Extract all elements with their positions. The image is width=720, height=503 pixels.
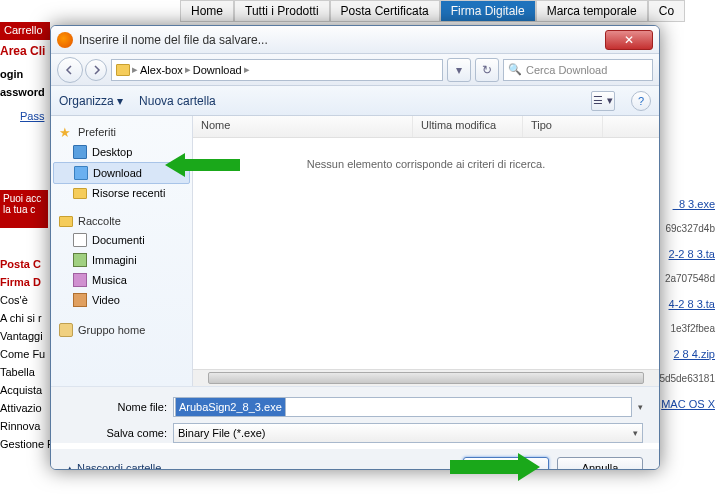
sidebar-item-recent[interactable]: Risorse recenti: [51, 184, 192, 202]
dialog-body: ★Preferiti Desktop Download Risorse rece…: [51, 116, 659, 386]
forward-arrow-icon: [91, 65, 101, 75]
dialog-toolbar: Organizza ▾ Nuova cartella ☰ ▾ ?: [51, 86, 659, 116]
music-icon: [73, 273, 87, 287]
chevron-up-icon: ▴: [67, 462, 73, 471]
annotation-arrow-download: [165, 150, 240, 180]
saveas-value: Binary File (*.exe): [178, 427, 265, 439]
dl-link-2[interactable]: 2-2 8 3.ta: [669, 248, 715, 260]
area-clienti-label: Area Cli: [0, 44, 45, 58]
breadcrumb-segment[interactable]: Alex-box: [140, 64, 183, 76]
filename-value: ArubaSign2_8_3.exe: [175, 397, 286, 417]
search-icon: 🔍: [508, 63, 522, 76]
close-button[interactable]: ✕: [605, 30, 653, 50]
filename-input[interactable]: ArubaSign2_8_3.exe: [173, 397, 632, 417]
search-input[interactable]: 🔍 Cerca Download: [503, 59, 653, 81]
dl-link-1[interactable]: _8 3.exe: [673, 198, 715, 210]
folder-icon: [73, 188, 87, 199]
desktop-icon: [73, 145, 87, 159]
annotation-arrow-save: [450, 451, 540, 483]
column-name[interactable]: Nome: [193, 116, 413, 137]
dl-link-3[interactable]: 4-2 8 3.ta: [669, 298, 715, 310]
dl-link-4[interactable]: 2 8 4.zip: [673, 348, 715, 360]
save-form: Nome file: ArubaSign2_8_3.exe ▾ Salva co…: [51, 386, 659, 443]
back-arrow-icon: [65, 65, 75, 75]
sidebar-item-images[interactable]: Immagini: [51, 250, 192, 270]
homegroup-icon: [59, 323, 73, 337]
nav-tab-home[interactable]: Home: [180, 0, 234, 22]
dropdown-arrow-icon: ▾: [633, 428, 638, 438]
nav-tab-products[interactable]: Tutti i Prodotti: [234, 0, 330, 22]
breadcrumb-dropdown-button[interactable]: ▾: [447, 58, 471, 82]
help-button[interactable]: ?: [631, 91, 651, 111]
hide-folders-link[interactable]: ▴ Nascondi cartelle: [67, 462, 161, 471]
breadcrumb[interactable]: ▸ Alex-box ▸ Download ▸: [111, 59, 443, 81]
column-modified[interactable]: Ultima modifica: [413, 116, 523, 137]
sidebar-item-documents[interactable]: Documenti: [51, 230, 192, 250]
download-links: _8 3.exe69c327d4b 2-2 8 3.ta2a707548d 4-…: [659, 185, 715, 423]
nav-tab-co[interactable]: Co: [648, 0, 685, 22]
nav-tab-posta[interactable]: Posta Certificata: [330, 0, 440, 22]
organize-menu[interactable]: Organizza ▾: [59, 94, 123, 108]
svg-marker-1: [450, 453, 540, 481]
nav-tab-marca[interactable]: Marca temporale: [536, 0, 648, 22]
refresh-button[interactable]: ↻: [475, 58, 499, 82]
sidebar-item-video[interactable]: Video: [51, 290, 192, 310]
password-label: assword: [0, 86, 45, 98]
dialog-title: Inserire il nome del file da salvare...: [79, 33, 268, 47]
nav-tab-firma[interactable]: Firma Digitale: [440, 0, 536, 22]
document-icon: [73, 233, 87, 247]
column-headers: Nome Ultima modifica Tipo: [193, 116, 659, 138]
info-redbox: Puoi accla tua c: [0, 190, 48, 228]
new-folder-button[interactable]: Nuova cartella: [139, 94, 216, 108]
save-file-dialog: Inserire il nome del file da salvare... …: [50, 25, 660, 470]
folder-icon: [116, 64, 130, 76]
image-icon: [73, 253, 87, 267]
search-placeholder: Cerca Download: [526, 64, 607, 76]
dl-link-5[interactable]: MAC OS X: [661, 398, 715, 410]
breadcrumb-segment[interactable]: Download: [193, 64, 242, 76]
sidebar-libraries-header[interactable]: Raccolte: [51, 212, 192, 230]
dialog-bottom-bar: ▴ Nascondi cartelle Salva Annulla: [51, 449, 659, 470]
password-link[interactable]: Pass: [20, 110, 44, 122]
login-label: ogin: [0, 68, 23, 80]
sidebar-item-music[interactable]: Musica: [51, 270, 192, 290]
download-icon: [74, 166, 88, 180]
forward-button[interactable]: [85, 59, 107, 81]
dialog-navbar: ▸ Alex-box ▸ Download ▸ ▾ ↻ 🔍 Cerca Down…: [51, 54, 659, 86]
svg-marker-0: [165, 153, 240, 177]
sidebar-homegroup-header[interactable]: Gruppo home: [51, 320, 192, 340]
firefox-icon: [57, 32, 73, 48]
back-button[interactable]: [57, 57, 83, 83]
empty-folder-message: Nessun elemento corrisponde ai criteri d…: [193, 138, 659, 170]
sidebar-favorites-header[interactable]: ★Preferiti: [51, 122, 192, 142]
filename-label: Nome file:: [67, 401, 167, 413]
webpage-nav-tabs: Home Tutti i Prodotti Posta Certificata …: [180, 0, 685, 22]
cart-bar: Carrello: [0, 22, 50, 40]
dialog-titlebar[interactable]: Inserire il nome del file da salvare... …: [51, 26, 659, 54]
filename-dropdown-icon[interactable]: ▾: [638, 402, 643, 412]
video-icon: [73, 293, 87, 307]
cancel-button[interactable]: Annulla: [557, 457, 643, 470]
libraries-icon: [59, 216, 73, 227]
file-list-area[interactable]: Nome Ultima modifica Tipo Nessun element…: [193, 116, 659, 386]
saveas-label: Salva come:: [67, 427, 167, 439]
star-icon: ★: [59, 125, 73, 139]
saveas-dropdown[interactable]: Binary File (*.exe) ▾: [173, 423, 643, 443]
column-type[interactable]: Tipo: [523, 116, 603, 137]
view-options-button[interactable]: ☰ ▾: [591, 91, 615, 111]
horizontal-scrollbar[interactable]: [193, 369, 659, 386]
